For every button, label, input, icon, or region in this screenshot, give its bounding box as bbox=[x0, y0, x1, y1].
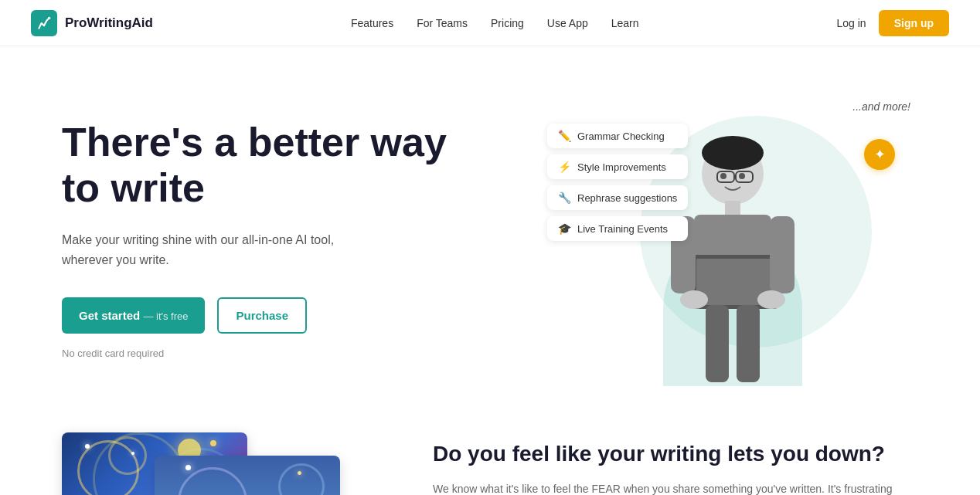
star-5 bbox=[298, 471, 301, 475]
star-2 bbox=[131, 452, 134, 455]
nav-for-teams[interactable]: For Teams bbox=[417, 17, 468, 29]
nav-use-app[interactable]: Use App bbox=[547, 17, 588, 29]
svg-point-0 bbox=[48, 16, 50, 19]
svg-rect-10 bbox=[706, 305, 729, 382]
swirl-6 bbox=[278, 463, 325, 495]
style-label: Style Improvements bbox=[577, 161, 666, 173]
svg-rect-11 bbox=[737, 305, 760, 382]
feature-card-training: 🎓 Live Training Events bbox=[547, 216, 688, 241]
second-painting-card bbox=[155, 456, 340, 495]
hero-buttons: Get started — it's free Purchase bbox=[62, 297, 479, 334]
feature-card-style: ⚡ Style Improvements bbox=[547, 154, 688, 179]
section-image-area: My idea in my head bbox=[62, 432, 371, 495]
site-header: ProWritingAid Features For Teams Pricing… bbox=[0, 0, 980, 46]
hero-section: There's a better way to write Make your … bbox=[0, 46, 980, 417]
feature-cards-list: ✏️ Grammar Checking ⚡ Style Improvements… bbox=[547, 124, 688, 241]
svg-rect-7 bbox=[770, 216, 795, 293]
get-started-button[interactable]: Get started — it's free bbox=[62, 297, 205, 334]
svg-point-14 bbox=[739, 173, 745, 179]
training-label: Live Training Events bbox=[577, 223, 668, 235]
swirl-5 bbox=[178, 467, 247, 495]
sign-up-button[interactable]: Sign up bbox=[879, 10, 949, 36]
header-actions: Log in Sign up bbox=[837, 10, 949, 36]
section-right-title: Do you feel like your writing lets you d… bbox=[433, 440, 918, 468]
section-right-text: We know what it's like to feel the FEAR … bbox=[433, 480, 918, 495]
hero-title: There's a better way to write bbox=[62, 120, 479, 212]
svg-rect-2 bbox=[725, 201, 740, 216]
grammar-icon: ✏️ bbox=[558, 130, 571, 142]
style-icon: ⚡ bbox=[558, 161, 571, 173]
svg-point-9 bbox=[757, 290, 785, 309]
rephrase-label: Rephrase suggestions bbox=[577, 192, 677, 204]
feature-card-grammar: ✏️ Grammar Checking bbox=[547, 124, 688, 148]
feature-card-rephrase: 🔧 Rephrase suggestions bbox=[547, 185, 688, 210]
hero-right: ...and more! ✦ ✏️ Grammar Checking ⚡ Sty… bbox=[547, 93, 918, 386]
rephrase-icon: 🔧 bbox=[558, 192, 571, 204]
nav-pricing[interactable]: Pricing bbox=[491, 17, 524, 29]
svg-point-13 bbox=[720, 173, 726, 179]
and-more-label: ...and more! bbox=[852, 100, 910, 113]
svg-point-12 bbox=[702, 136, 764, 170]
star-1 bbox=[85, 444, 90, 449]
grammar-label: Grammar Checking bbox=[577, 131, 665, 142]
section-right: Do you feel like your writing lets you d… bbox=[433, 432, 918, 495]
hero-subtitle: Make your writing shine with our all-in-… bbox=[62, 230, 386, 270]
logo-link[interactable]: ProWritingAid bbox=[31, 10, 153, 36]
svg-point-8 bbox=[680, 290, 708, 309]
hero-illustration: ...and more! ✦ ✏️ Grammar Checking ⚡ Sty… bbox=[547, 93, 918, 386]
star-3 bbox=[210, 440, 216, 446]
logo-text: ProWritingAid bbox=[65, 15, 153, 31]
second-section: My idea in my head Do you feel like your… bbox=[0, 417, 980, 495]
star-badge: ✦ bbox=[864, 139, 895, 170]
nav-features[interactable]: Features bbox=[351, 17, 393, 29]
hero-left: There's a better way to write Make your … bbox=[62, 120, 479, 360]
purchase-button[interactable]: Purchase bbox=[217, 297, 307, 334]
no-credit-text: No credit card required bbox=[62, 348, 479, 359]
log-in-button[interactable]: Log in bbox=[837, 17, 866, 29]
training-icon: 🎓 bbox=[558, 222, 571, 235]
logo-icon bbox=[31, 10, 57, 36]
nav-learn[interactable]: Learn bbox=[611, 17, 639, 29]
free-label: — it's free bbox=[143, 310, 188, 322]
main-nav: Features For Teams Pricing Use App Learn bbox=[351, 17, 639, 29]
star-4 bbox=[185, 465, 191, 470]
second-painting-background bbox=[155, 456, 340, 495]
